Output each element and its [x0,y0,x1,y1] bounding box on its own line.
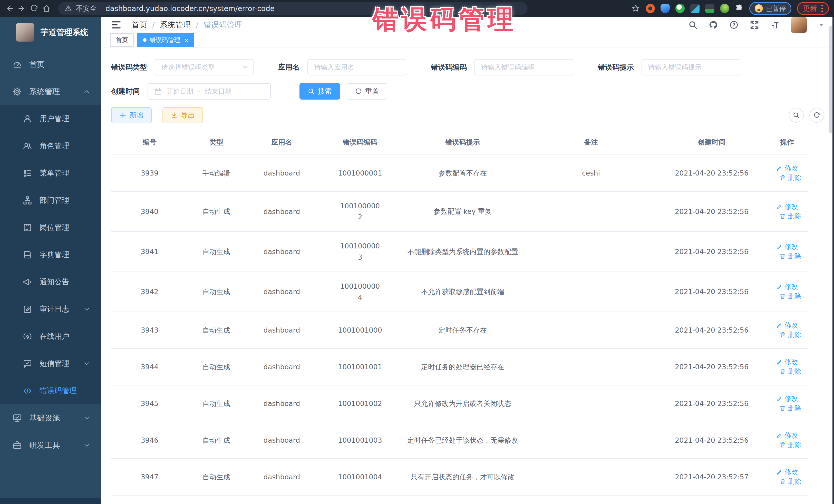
content-area: 错误码类型请选择错误码类型应用名请输入应用名错误码编码请输入错误码编码错误码提示… [101,47,834,504]
table-row: 3943自动生成dashboard1001001000定时任务不存在2021-0… [111,312,808,349]
delete-link[interactable]: 删除 [780,477,802,486]
cell-time: 2021-04-20 23:52:57 [658,459,766,495]
reset-button[interactable]: 重置 [347,83,387,100]
kebab-menu-icon[interactable] [821,5,823,12]
sidebar-footer-strip [0,498,101,504]
cell-id: 3944 [111,349,188,385]
cell-msg: 参数配置 key 重复 [401,192,524,232]
edit-link[interactable]: 修改 [776,242,798,251]
tag-首页[interactable]: 首页 [110,34,134,47]
delete-link[interactable]: 删除 [780,404,802,413]
sidebar-item-短信管理[interactable]: 短信管理 [0,350,101,377]
delete-link[interactable]: 删除 [780,330,802,339]
sidebar-item-字典管理[interactable]: 字典管理 [0,241,101,268]
refresh-icon[interactable] [809,108,824,123]
cell-app: dashboard [245,349,319,385]
sidebar-item-部门管理[interactable]: 部门管理 [0,187,101,214]
hamburger-icon[interactable] [111,20,122,30]
back-icon[interactable] [5,4,14,13]
export-button[interactable]: 导出 [162,107,203,123]
table-row: 3948自动生成dashboard1001001005CRON 表达式不正确20… [111,495,808,504]
tag-错误码管理[interactable]: 错误码管理× [137,34,194,47]
blue-gem-extension-icon[interactable] [660,4,670,13]
chevron-down-icon [83,441,91,449]
url-text[interactable]: dashboard.yudao.iocoder.cn/system/error-… [106,4,275,13]
green-v-extension-icon[interactable] [675,4,685,13]
browser-update-button[interactable]: 更新 [797,2,829,15]
sidebar-item-菜单管理[interactable]: 菜单管理 [0,160,101,187]
green-key-extension-icon[interactable] [720,4,729,13]
cell-type: 自动生成 [188,495,245,504]
sidebar-item-基础设施[interactable]: 基础设施 [0,404,101,432]
table-header-row: 编号类型应用名错误码编码错误码提示备注创建时间操作 [111,130,808,155]
chevron-down-icon [83,414,91,422]
log-icon [23,304,32,314]
delete-link[interactable]: 删除 [780,173,802,182]
emoji-face-icon [755,4,763,13]
puzzle-extension-icon[interactable] [735,4,744,13]
error-code-type-select[interactable]: 请选择错误码类型 [155,59,254,75]
delete-link[interactable]: 删除 [780,252,802,261]
cell-msg: 定时任务不存在 [401,312,524,349]
edit-link[interactable]: 修改 [776,394,798,403]
delete-link[interactable]: 删除 [780,212,802,220]
on-badge-extension-icon[interactable] [705,4,715,13]
sidebar-item-系统管理[interactable]: 系统管理 [0,78,101,105]
breadcrumb-item: 错误码管理 [203,20,242,30]
table-row: 3946自动生成dashboard1001001003定时任务已经处于该状态，无… [111,422,808,459]
edit-link[interactable]: 修改 [776,202,798,211]
delete-link[interactable]: 删除 [780,292,802,301]
filter-input-应用名[interactable]: 请输入应用名 [307,59,406,75]
sidebar-item-通知公告[interactable]: 通知公告 [0,268,101,295]
sidebar-item-审计日志[interactable]: 审计日志 [0,295,101,323]
date-range-input[interactable]: 开始日期 - 结束日期 [148,83,271,100]
font-size-icon[interactable] [770,20,780,29]
home-icon[interactable] [42,4,51,13]
chevron-down-icon[interactable] [818,22,824,28]
reload-icon[interactable] [30,4,39,13]
cell-actions: 修改删除 [766,349,808,385]
sidebar-item-用户管理[interactable]: 用户管理 [0,105,101,132]
user-avatar[interactable] [791,17,807,33]
cell-time: 2021-04-20 23:52:56 [658,155,766,192]
security-label[interactable]: 不安全 [76,4,97,13]
github-icon[interactable] [709,20,718,29]
profile-paused-pill[interactable]: 已暂停 [749,2,791,15]
breadcrumb-item[interactable]: 系统管理 [160,20,191,30]
edit-link[interactable]: 修改 [776,164,798,173]
edit-link[interactable]: 修改 [776,357,798,367]
forward-icon[interactable] [18,4,26,13]
delete-link[interactable]: 删除 [780,440,802,450]
table-row: 3945自动生成dashboard1001001002只允许修改为开启或者关闭状… [111,385,808,422]
sidebar-item-岗位管理[interactable]: 岗位管理 [0,214,101,241]
scrollbar-thumb[interactable] [829,26,832,133]
search-button[interactable]: 搜索 [300,83,340,100]
app-logo-row[interactable]: 芋道管理系统 [0,17,101,46]
sidebar-item-角色管理[interactable]: 角色管理 [0,132,101,160]
show-search-icon[interactable] [789,108,804,123]
edit-link[interactable]: 修改 [776,282,798,291]
star-icon[interactable] [631,4,640,13]
filter-input-错误码提示[interactable]: 请输入错误码提示 [641,59,740,75]
table-row: 3939手动编辑dashboard1001000001参数配置不存在ceshi2… [111,155,808,192]
edit-link[interactable]: 修改 [776,321,798,330]
sidebar-item-首页[interactable]: 首页 [0,51,101,78]
sidebar-item-错误码管理[interactable]: 错误码管理 [0,377,101,404]
edit-link[interactable]: 修改 [776,431,798,440]
edit-link[interactable]: 修改 [776,467,798,477]
breadcrumb-item[interactable]: 首页 [132,20,147,30]
orange-ring-extension-icon[interactable] [646,4,655,13]
search-icon[interactable] [688,20,698,29]
sidebar-item-label: 短信管理 [40,358,69,369]
delete-link[interactable]: 删除 [780,367,802,376]
sidebar-item-研发工具[interactable]: 研发工具 [0,432,101,459]
sidebar-item-在线用户[interactable]: 在线用户 [0,323,101,350]
help-icon[interactable] [729,20,739,29]
cell-msg: 定时任务已经处于该状态，无需修改 [401,422,524,459]
add-button[interactable]: 新增 [111,107,152,123]
fullscreen-icon[interactable] [750,20,759,29]
cell-time: 2021-04-20 23:52:56 [658,192,766,232]
filter-input-错误码编码[interactable]: 请输入错误码编码 [475,59,573,75]
dark-grid-extension-icon[interactable] [690,4,700,13]
tag-close-icon[interactable]: × [184,37,189,43]
